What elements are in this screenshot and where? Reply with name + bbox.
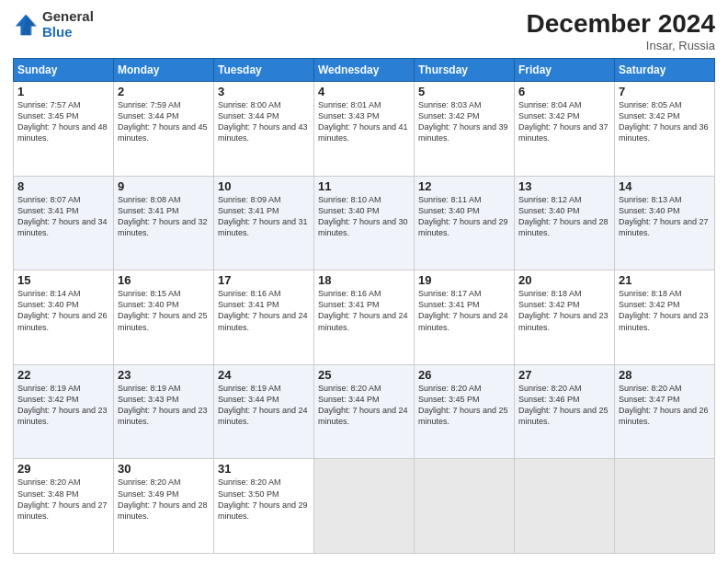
day-number: 22 [17,368,109,382]
day-number: 5 [418,85,510,98]
day-number: 1 [17,85,109,98]
calendar-week-row: 8 Sunrise: 8:07 AM Sunset: 3:41 PM Dayli… [14,176,715,270]
header: General Blue December 2024 Insar, Russia [13,9,715,52]
calendar-week-row: 22 Sunrise: 8:19 AM Sunset: 3:42 PM Dayl… [14,364,715,459]
daylight-line: Daylight: 7 hours and 27 minutes. [17,500,109,522]
day-number: 20 [518,273,610,287]
table-row: 1 Sunrise: 7:57 AM Sunset: 3:45 PM Dayli… [14,82,114,177]
daylight-line: Daylight: 7 hours and 23 minutes. [619,310,711,332]
daylight-line: Daylight: 7 hours and 24 minutes. [218,310,310,332]
day-number: 15 [17,273,109,287]
calendar-week-row: 1 Sunrise: 7:57 AM Sunset: 3:45 PM Dayli… [14,82,715,177]
daylight-line: Daylight: 7 hours and 24 minutes. [318,405,410,427]
table-row: 31 Sunrise: 8:20 AM Sunset: 3:50 PM Dayl… [214,459,314,554]
table-row: 23 Sunrise: 8:19 AM Sunset: 3:43 PM Dayl… [114,364,214,459]
sunset-line: Sunset: 3:48 PM [17,488,109,500]
sunset-line: Sunset: 3:42 PM [518,299,610,310]
day-number: 28 [619,368,711,382]
sunrise-line: Sunrise: 8:14 AM [17,288,109,299]
sunset-line: Sunset: 3:46 PM [518,394,610,405]
sunrise-line: Sunrise: 8:20 AM [418,383,510,394]
table-row: 19 Sunrise: 8:17 AM Sunset: 3:41 PM Dayl… [415,270,515,365]
day-number: 19 [418,273,510,287]
day-number: 2 [118,85,210,98]
logo: General Blue [13,9,94,40]
daylight-line: Daylight: 7 hours and 28 minutes. [118,500,210,522]
table-row: 27 Sunrise: 8:20 AM Sunset: 3:46 PM Dayl… [515,364,615,459]
daylight-line: Daylight: 7 hours and 29 minutes. [418,216,510,238]
sunset-line: Sunset: 3:44 PM [318,394,410,405]
table-row: 15 Sunrise: 8:14 AM Sunset: 3:40 PM Dayl… [14,270,114,365]
sunrise-line: Sunrise: 8:20 AM [619,383,711,394]
col-friday: Friday [515,59,615,82]
sunset-line: Sunset: 3:40 PM [118,299,210,310]
daylight-line: Daylight: 7 hours and 25 minutes. [118,310,210,332]
table-row: 22 Sunrise: 8:19 AM Sunset: 3:42 PM Dayl… [14,364,114,459]
empty-cell [415,459,515,554]
col-sunday: Sunday [14,59,114,82]
sunrise-line: Sunrise: 8:10 AM [318,194,410,205]
sunrise-line: Sunrise: 8:01 AM [318,99,410,110]
day-number: 24 [218,368,310,382]
day-number: 13 [518,179,610,193]
day-number: 7 [619,85,711,98]
sunrise-line: Sunrise: 8:08 AM [118,194,210,205]
daylight-line: Daylight: 7 hours and 31 minutes. [218,216,310,238]
daylight-line: Daylight: 7 hours and 25 minutes. [518,405,610,427]
sunset-line: Sunset: 3:42 PM [518,110,610,121]
calendar-week-row: 15 Sunrise: 8:14 AM Sunset: 3:40 PM Dayl… [14,270,715,365]
day-number: 27 [518,368,610,382]
day-number: 11 [318,179,410,193]
sunrise-line: Sunrise: 8:12 AM [518,194,610,205]
sunrise-line: Sunrise: 8:20 AM [17,477,109,488]
table-row: 9 Sunrise: 8:08 AM Sunset: 3:41 PM Dayli… [114,176,214,270]
sunset-line: Sunset: 3:45 PM [418,394,510,405]
table-row: 28 Sunrise: 8:20 AM Sunset: 3:47 PM Dayl… [615,364,715,459]
sunset-line: Sunset: 3:42 PM [619,110,711,121]
table-row: 14 Sunrise: 8:13 AM Sunset: 3:40 PM Dayl… [615,176,715,270]
daylight-line: Daylight: 7 hours and 25 minutes. [418,405,510,427]
sunset-line: Sunset: 3:49 PM [118,488,210,500]
table-row: 2 Sunrise: 7:59 AM Sunset: 3:44 PM Dayli… [114,82,214,177]
sunset-line: Sunset: 3:43 PM [118,394,210,405]
table-row: 8 Sunrise: 8:07 AM Sunset: 3:41 PM Dayli… [14,176,114,270]
table-row: 24 Sunrise: 8:19 AM Sunset: 3:44 PM Dayl… [214,364,314,459]
sunrise-line: Sunrise: 8:20 AM [118,477,210,488]
day-number: 30 [118,462,210,476]
sunrise-line: Sunrise: 8:13 AM [619,194,711,205]
daylight-line: Daylight: 7 hours and 26 minutes. [17,310,109,332]
daylight-line: Daylight: 7 hours and 28 minutes. [518,216,610,238]
sunrise-line: Sunrise: 8:05 AM [619,99,711,110]
sunrise-line: Sunrise: 8:19 AM [218,383,310,394]
table-row: 4 Sunrise: 8:01 AM Sunset: 3:43 PM Dayli… [314,82,415,177]
day-number: 9 [118,179,210,193]
sunrise-line: Sunrise: 8:15 AM [118,288,210,299]
col-wednesday: Wednesday [314,59,415,82]
sunrise-line: Sunrise: 8:16 AM [218,288,310,299]
col-saturday: Saturday [615,59,715,82]
sunset-line: Sunset: 3:41 PM [318,299,410,310]
day-number: 3 [218,85,310,98]
table-row: 11 Sunrise: 8:10 AM Sunset: 3:40 PM Dayl… [314,176,415,270]
sunrise-line: Sunrise: 8:16 AM [318,288,410,299]
day-number: 14 [619,179,711,193]
daylight-line: Daylight: 7 hours and 23 minutes. [118,405,210,427]
sunrise-line: Sunrise: 8:20 AM [318,383,410,394]
sunset-line: Sunset: 3:42 PM [17,394,109,405]
calendar-header-row: Sunday Monday Tuesday Wednesday Thursday… [14,59,715,82]
location: Insar, Russia [527,39,715,52]
daylight-line: Daylight: 7 hours and 26 minutes. [619,405,711,427]
day-number: 26 [418,368,510,382]
day-number: 25 [318,368,410,382]
sunset-line: Sunset: 3:44 PM [218,110,310,121]
day-number: 23 [118,368,210,382]
daylight-line: Daylight: 7 hours and 24 minutes. [218,405,310,427]
logo-blue: Blue [42,24,73,40]
sunset-line: Sunset: 3:50 PM [218,488,310,500]
logo-text: General Blue [42,9,94,40]
daylight-line: Daylight: 7 hours and 30 minutes. [318,216,410,238]
col-thursday: Thursday [415,59,515,82]
daylight-line: Daylight: 7 hours and 23 minutes. [17,405,109,427]
sunset-line: Sunset: 3:42 PM [619,299,711,310]
day-number: 29 [17,462,109,476]
